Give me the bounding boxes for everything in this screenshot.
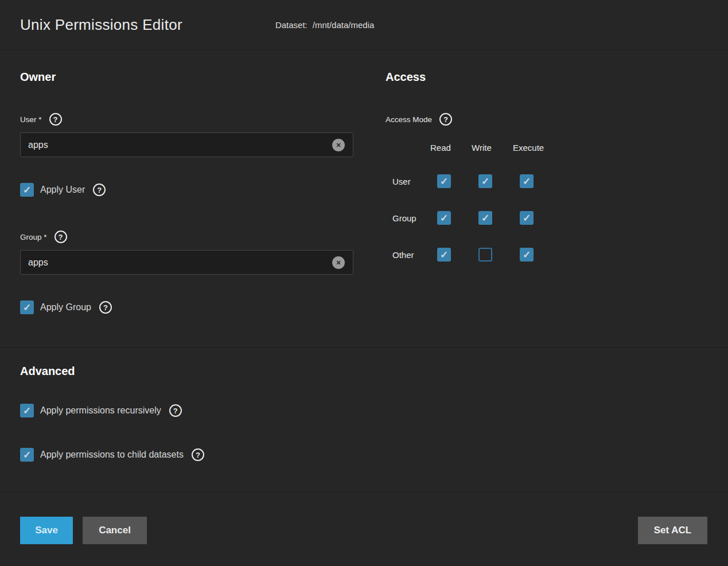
dataset-label: Dataset: xyxy=(275,20,307,30)
group-clear-icon[interactable]: ✕ xyxy=(332,256,345,269)
apply-group-help-icon[interactable]: ? xyxy=(99,301,112,314)
check-icon: ✓ xyxy=(23,303,31,313)
access-mode-label-row: Access Mode ? xyxy=(386,113,708,126)
check-icon: ✓ xyxy=(23,185,31,195)
apply-group-checkbox[interactable]: ✓ xyxy=(20,300,34,314)
apply-recursively-label: Apply permissions recursively xyxy=(40,405,161,416)
check-icon: ✓ xyxy=(523,177,531,186)
dataset-info: Dataset: /mnt/data/media xyxy=(275,20,374,30)
group-help-icon[interactable]: ? xyxy=(54,231,67,243)
user-field-label: User * xyxy=(20,115,42,124)
apply-recursively-checkbox[interactable]: ✓ xyxy=(20,404,34,417)
footer-actions: Save Cancel Set ACL xyxy=(0,493,728,544)
apply-recursively-row: ✓ Apply permissions recursively ? xyxy=(20,404,708,417)
check-icon: ✓ xyxy=(440,177,448,186)
user-clear-icon[interactable]: ✕ xyxy=(332,139,345,151)
check-icon: ✓ xyxy=(523,213,531,223)
group-execute-checkbox[interactable]: ✓ xyxy=(520,211,534,225)
column-header-write: Write xyxy=(472,143,513,153)
user-input[interactable]: apps ✕ xyxy=(20,132,353,157)
check-icon: ✓ xyxy=(523,250,531,260)
advanced-heading: Advanced xyxy=(20,364,708,378)
row-label-other: Other xyxy=(386,248,437,261)
grid-corner-spacer xyxy=(386,143,437,174)
apply-group-row: ✓ Apply Group ? xyxy=(20,300,353,314)
cancel-button[interactable]: Cancel xyxy=(83,517,147,544)
user-execute-checkbox[interactable]: ✓ xyxy=(520,174,534,188)
check-icon: ✓ xyxy=(481,177,489,186)
permission-grid: Read Write Execute User ✓ ✓ ✓ Group ✓ ✓ … xyxy=(386,143,708,284)
dialog-header: Unix Permissions Editor Dataset: /mnt/da… xyxy=(0,0,728,50)
group-input-value: apps xyxy=(28,257,48,268)
dataset-path: /mnt/data/media xyxy=(313,20,375,30)
apply-user-help-icon[interactable]: ? xyxy=(93,184,106,196)
page-title: Unix Permissions Editor xyxy=(20,16,182,34)
owner-heading: Owner xyxy=(20,70,353,84)
user-field-label-row: User * ? xyxy=(20,113,353,126)
column-header-execute: Execute xyxy=(513,143,554,153)
user-read-checkbox[interactable]: ✓ xyxy=(437,174,451,188)
check-icon: ✓ xyxy=(440,250,448,260)
access-heading: Access xyxy=(386,70,708,84)
column-header-read: Read xyxy=(430,143,472,153)
apply-child-datasets-help-icon[interactable]: ? xyxy=(192,448,204,461)
check-icon: ✓ xyxy=(23,450,31,460)
other-execute-checkbox[interactable]: ✓ xyxy=(520,248,534,261)
group-field-label-row: Group * ? xyxy=(20,231,353,243)
check-icon: ✓ xyxy=(440,213,448,223)
access-mode-help-icon[interactable]: ? xyxy=(439,113,452,126)
group-input[interactable]: apps ✕ xyxy=(20,250,353,275)
access-mode-label: Access Mode xyxy=(386,115,432,124)
apply-user-row: ✓ Apply User ? xyxy=(20,183,353,197)
user-input-value: apps xyxy=(28,140,48,150)
user-write-checkbox[interactable]: ✓ xyxy=(478,174,492,188)
group-write-checkbox[interactable]: ✓ xyxy=(478,211,492,225)
other-write-checkbox[interactable]: ✓ xyxy=(478,248,492,261)
apply-group-label: Apply Group xyxy=(40,302,91,313)
group-read-checkbox[interactable]: ✓ xyxy=(437,211,451,225)
row-label-user: User xyxy=(386,174,437,188)
user-help-icon[interactable]: ? xyxy=(49,113,62,126)
apply-user-label: Apply User xyxy=(40,185,85,195)
apply-child-datasets-row: ✓ Apply permissions to child datasets ? xyxy=(20,448,708,462)
advanced-section: Advanced ✓ Apply permissions recursively… xyxy=(0,348,728,492)
row-label-group: Group xyxy=(386,211,437,225)
save-button[interactable]: Save xyxy=(20,517,73,544)
main-content: Owner User * ? apps ✕ ✓ Apply User ? Gro… xyxy=(0,50,728,348)
set-acl-button[interactable]: Set ACL xyxy=(638,517,707,544)
apply-child-datasets-checkbox[interactable]: ✓ xyxy=(20,448,34,462)
check-icon: ✓ xyxy=(481,213,489,223)
check-icon: ✓ xyxy=(23,406,31,416)
apply-user-checkbox[interactable]: ✓ xyxy=(20,183,34,197)
other-read-checkbox[interactable]: ✓ xyxy=(437,248,451,261)
apply-child-datasets-label: Apply permissions to child datasets xyxy=(40,450,184,460)
group-field-label: Group * xyxy=(20,233,47,241)
apply-recursively-help-icon[interactable]: ? xyxy=(169,404,182,417)
access-section: Access Access Mode ? Read Write Execute … xyxy=(386,70,708,348)
owner-section: Owner User * ? apps ✕ ✓ Apply User ? Gro… xyxy=(20,70,353,348)
